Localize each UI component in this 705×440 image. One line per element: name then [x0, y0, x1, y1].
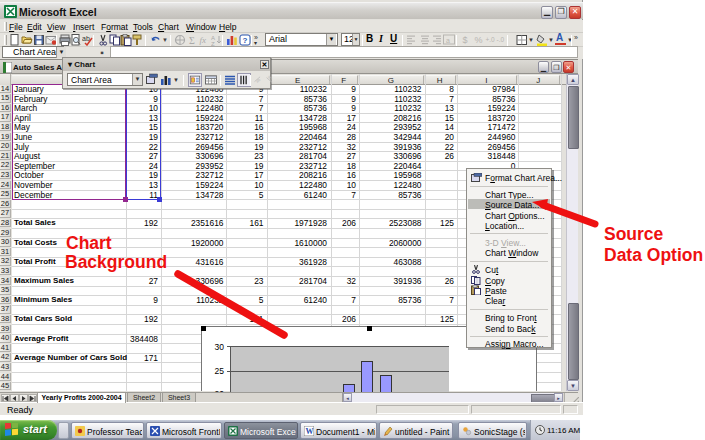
- svg-text:a: a: [446, 37, 450, 44]
- svg-text:%: %: [475, 35, 483, 45]
- svg-text:W: W: [306, 427, 314, 436]
- svg-text:$: $: [463, 35, 468, 45]
- svg-text:?: ?: [243, 36, 248, 45]
- svg-text:+.0: +.0: [486, 36, 496, 43]
- svg-text:ab: ab: [267, 74, 274, 81]
- svg-text:-.0: -.0: [497, 36, 505, 43]
- svg-text:ab: ab: [82, 35, 90, 42]
- svg-text:ab: ab: [255, 76, 262, 83]
- svg-text:Σ: Σ: [189, 35, 195, 46]
- svg-text:fx: fx: [200, 35, 207, 45]
